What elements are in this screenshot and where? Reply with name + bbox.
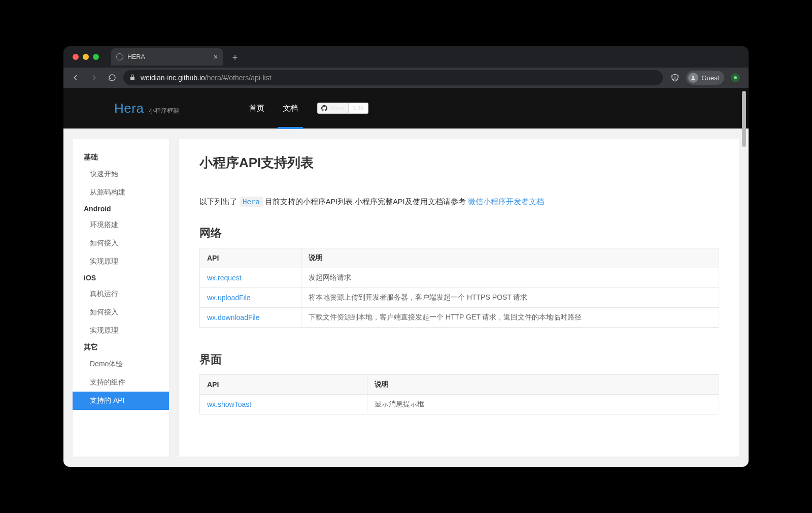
section-heading-network: 网络 <box>199 226 719 241</box>
logo-tagline: 小程序框架 <box>149 107 179 115</box>
sidebar-group-ios: iOS <box>73 271 169 285</box>
tab-bar: HERA × ＋ <box>63 46 749 68</box>
page-scrollbar[interactable] <box>741 88 747 467</box>
table-row: API 说明 <box>200 375 719 395</box>
section-heading-ui: 界面 <box>199 352 719 367</box>
sidebar-item-android-principle[interactable]: 实现原理 <box>73 252 169 271</box>
toolbar-right: 文 Guest <box>667 70 743 86</box>
new-tab-button[interactable]: ＋ <box>228 50 242 64</box>
logo-text: Hera <box>114 101 144 116</box>
site-header: Hera 小程序框架 首页 文档 Stars 1.1k <box>63 88 749 129</box>
fullscreen-window-icon[interactable] <box>93 54 99 60</box>
lock-icon <box>129 74 136 82</box>
sidebar-item-components[interactable]: 支持的组件 <box>73 373 169 392</box>
browser-toolbar: weidian-inc.github.io/hera/#/others/api-… <box>63 68 749 88</box>
sidebar-item-quickstart[interactable]: 快速开始 <box>73 165 169 183</box>
back-button[interactable] <box>69 71 83 85</box>
svg-point-1 <box>692 76 694 78</box>
api-desc: 发起网络请求 <box>301 268 719 288</box>
table-row: API 说明 <box>200 248 719 268</box>
logo[interactable]: Hera 小程序框架 <box>114 101 179 116</box>
sidebar-item-ios-device[interactable]: 真机运行 <box>73 285 169 303</box>
svg-text:文: 文 <box>673 76 678 80</box>
sidebar-item-demo[interactable]: Demo体验 <box>73 355 169 373</box>
scrollbar-thumb[interactable] <box>742 91 746 147</box>
sidebar-item-api[interactable]: 支持的 API <box>73 392 169 410</box>
api-link[interactable]: wx.showToast <box>207 400 251 408</box>
github-label: Stars <box>329 105 345 112</box>
th-api: API <box>200 375 367 395</box>
reload-button[interactable] <box>105 71 119 85</box>
th-desc: 说明 <box>367 375 719 395</box>
api-desc: 下载文件资源到本地，客户端直接发起一个 HTTP GET 请求，返回文件的本地临… <box>301 308 719 328</box>
extension-icon[interactable] <box>727 70 743 86</box>
content-row: 基础 快速开始 从源码构建 Android 环境搭建 如何接入 实现原理 iOS… <box>63 129 749 467</box>
close-tab-icon[interactable]: × <box>214 53 218 61</box>
nav-docs[interactable]: 文档 <box>274 88 307 129</box>
sidebar-item-android-env[interactable]: 环境搭建 <box>73 216 169 234</box>
close-window-icon[interactable] <box>73 54 79 60</box>
sidebar-item-android-integrate[interactable]: 如何接入 <box>73 234 169 252</box>
page-viewport: Hera 小程序框架 首页 文档 Stars 1.1k <box>63 88 749 467</box>
github-count: 1.1k <box>349 103 367 113</box>
sidebar-item-ios-integrate[interactable]: 如何接入 <box>73 303 169 322</box>
globe-icon <box>116 53 123 60</box>
browser-chrome: HERA × ＋ weidian-inc.github.io/hera/#/ot… <box>63 46 749 88</box>
intro-code: Hera <box>240 197 263 207</box>
th-desc: 说明 <box>301 248 719 268</box>
intro-text-after: 目前支持的小程序API列表,小程序完整API及使用文档请参考 <box>263 198 468 206</box>
page-title: 小程序API支持列表 <box>199 154 719 172</box>
sidebar: 基础 快速开始 从源码构建 Android 环境搭建 如何接入 实现原理 iOS… <box>73 139 169 457</box>
avatar-icon <box>688 73 698 83</box>
sidebar-group-android: Android <box>73 202 169 216</box>
header-nav: 首页 文档 Stars 1.1k <box>240 88 368 129</box>
tab-title: HERA <box>127 53 145 60</box>
minimize-window-icon[interactable] <box>83 54 89 60</box>
sidebar-group-basics: 基础 <box>73 150 169 165</box>
browser-tab[interactable]: HERA × <box>111 48 223 66</box>
browser-window: HERA × ＋ weidian-inc.github.io/hera/#/ot… <box>63 46 749 467</box>
sidebar-group-others: 其它 <box>73 340 169 355</box>
profile-button[interactable]: Guest <box>686 71 724 85</box>
forward-button <box>87 71 101 85</box>
sidebar-item-build-source[interactable]: 从源码构建 <box>73 183 169 202</box>
github-icon <box>321 105 327 111</box>
api-desc: 将本地资源上传到开发者服务器，客户端发起一个 HTTPS POST 请求 <box>301 288 719 308</box>
api-table-network: API 说明 wx.request 发起网络请求 wx.uploadFile 将… <box>199 248 719 328</box>
api-link[interactable]: wx.request <box>207 274 242 282</box>
main-content: 小程序API支持列表 以下列出了 Hera 目前支持的小程序API列表,小程序完… <box>179 139 739 457</box>
url-text: weidian-inc.github.io/hera/#/others/api-… <box>141 74 272 82</box>
address-bar[interactable]: weidian-inc.github.io/hera/#/others/api-… <box>123 70 663 85</box>
github-stars-badge[interactable]: Stars 1.1k <box>317 103 368 114</box>
th-api: API <box>200 248 301 268</box>
api-link[interactable]: wx.uploadFile <box>207 294 251 302</box>
profile-label: Guest <box>701 74 719 82</box>
api-desc: 显示消息提示框 <box>367 395 719 414</box>
intro-text-before: 以下列出了 <box>199 198 240 206</box>
api-link[interactable]: wx.downloadFile <box>207 313 260 322</box>
window-controls <box>73 54 99 60</box>
table-row: wx.uploadFile 将本地资源上传到开发者服务器，客户端发起一个 HTT… <box>200 288 719 308</box>
intro-link[interactable]: 微信小程序开发者文档 <box>468 198 544 206</box>
intro-paragraph: 以下列出了 Hera 目前支持的小程序API列表,小程序完整API及使用文档请参… <box>199 195 719 208</box>
api-table-ui: API 说明 wx.showToast 显示消息提示框 <box>199 374 719 414</box>
nav-home[interactable]: 首页 <box>240 88 274 129</box>
table-row: wx.request 发起网络请求 <box>200 268 719 288</box>
table-row: wx.showToast 显示消息提示框 <box>200 395 719 414</box>
sidebar-item-ios-principle[interactable]: 实现原理 <box>73 322 169 340</box>
table-row: wx.downloadFile 下载文件资源到本地，客户端直接发起一个 HTTP… <box>200 308 719 328</box>
translate-icon[interactable]: 文 <box>667 70 683 86</box>
